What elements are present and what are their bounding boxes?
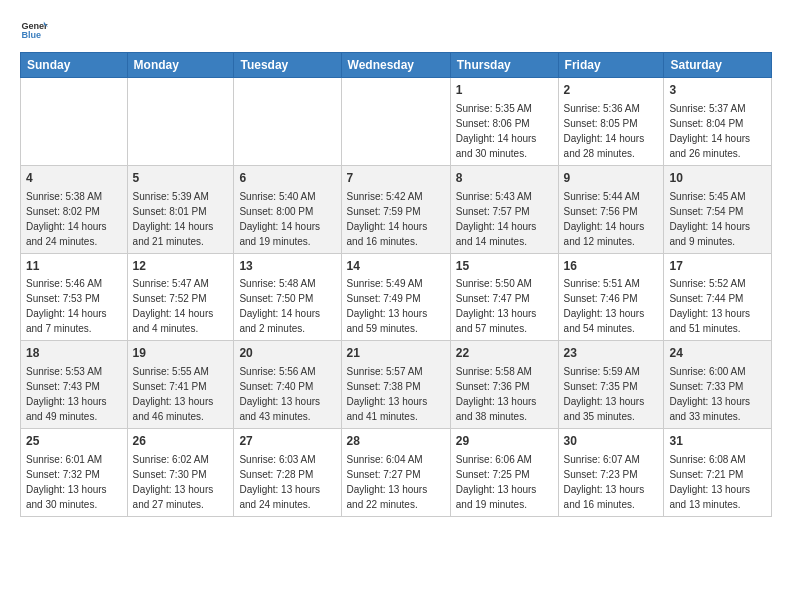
day-number: 10 xyxy=(669,170,766,187)
column-header-sunday: Sunday xyxy=(21,53,128,78)
week-row-3: 11Sunrise: 5:46 AM Sunset: 7:53 PM Dayli… xyxy=(21,253,772,341)
day-number: 20 xyxy=(239,345,335,362)
day-info: Sunrise: 5:49 AM Sunset: 7:49 PM Dayligh… xyxy=(347,276,445,336)
day-info: Sunrise: 5:36 AM Sunset: 8:05 PM Dayligh… xyxy=(564,101,659,161)
day-number: 21 xyxy=(347,345,445,362)
calendar-cell: 22Sunrise: 5:58 AM Sunset: 7:36 PM Dayli… xyxy=(450,341,558,429)
calendar-cell: 26Sunrise: 6:02 AM Sunset: 7:30 PM Dayli… xyxy=(127,429,234,517)
calendar-cell: 13Sunrise: 5:48 AM Sunset: 7:50 PM Dayli… xyxy=(234,253,341,341)
calendar-cell: 29Sunrise: 6:06 AM Sunset: 7:25 PM Dayli… xyxy=(450,429,558,517)
calendar-cell: 9Sunrise: 5:44 AM Sunset: 7:56 PM Daylig… xyxy=(558,165,664,253)
day-number: 19 xyxy=(133,345,229,362)
column-header-tuesday: Tuesday xyxy=(234,53,341,78)
day-info: Sunrise: 5:55 AM Sunset: 7:41 PM Dayligh… xyxy=(133,364,229,424)
calendar-cell: 12Sunrise: 5:47 AM Sunset: 7:52 PM Dayli… xyxy=(127,253,234,341)
day-number: 13 xyxy=(239,258,335,275)
day-info: Sunrise: 5:39 AM Sunset: 8:01 PM Dayligh… xyxy=(133,189,229,249)
logo: General Blue xyxy=(20,16,52,44)
calendar-cell: 1Sunrise: 5:35 AM Sunset: 8:06 PM Daylig… xyxy=(450,78,558,166)
day-info: Sunrise: 6:00 AM Sunset: 7:33 PM Dayligh… xyxy=(669,364,766,424)
column-header-wednesday: Wednesday xyxy=(341,53,450,78)
day-number: 31 xyxy=(669,433,766,450)
day-number: 28 xyxy=(347,433,445,450)
calendar-cell xyxy=(341,78,450,166)
day-number: 18 xyxy=(26,345,122,362)
calendar-cell: 4Sunrise: 5:38 AM Sunset: 8:02 PM Daylig… xyxy=(21,165,128,253)
day-info: Sunrise: 5:35 AM Sunset: 8:06 PM Dayligh… xyxy=(456,101,553,161)
day-info: Sunrise: 6:02 AM Sunset: 7:30 PM Dayligh… xyxy=(133,452,229,512)
week-row-5: 25Sunrise: 6:01 AM Sunset: 7:32 PM Dayli… xyxy=(21,429,772,517)
day-info: Sunrise: 5:52 AM Sunset: 7:44 PM Dayligh… xyxy=(669,276,766,336)
day-info: Sunrise: 6:04 AM Sunset: 7:27 PM Dayligh… xyxy=(347,452,445,512)
day-info: Sunrise: 5:43 AM Sunset: 7:57 PM Dayligh… xyxy=(456,189,553,249)
calendar-cell: 16Sunrise: 5:51 AM Sunset: 7:46 PM Dayli… xyxy=(558,253,664,341)
day-number: 27 xyxy=(239,433,335,450)
day-number: 23 xyxy=(564,345,659,362)
day-number: 2 xyxy=(564,82,659,99)
day-number: 22 xyxy=(456,345,553,362)
calendar-cell: 5Sunrise: 5:39 AM Sunset: 8:01 PM Daylig… xyxy=(127,165,234,253)
column-header-thursday: Thursday xyxy=(450,53,558,78)
calendar-cell: 14Sunrise: 5:49 AM Sunset: 7:49 PM Dayli… xyxy=(341,253,450,341)
column-header-saturday: Saturday xyxy=(664,53,772,78)
day-number: 29 xyxy=(456,433,553,450)
day-number: 17 xyxy=(669,258,766,275)
day-number: 3 xyxy=(669,82,766,99)
calendar-cell: 19Sunrise: 5:55 AM Sunset: 7:41 PM Dayli… xyxy=(127,341,234,429)
calendar-cell: 11Sunrise: 5:46 AM Sunset: 7:53 PM Dayli… xyxy=(21,253,128,341)
day-number: 11 xyxy=(26,258,122,275)
calendar-cell: 21Sunrise: 5:57 AM Sunset: 7:38 PM Dayli… xyxy=(341,341,450,429)
day-info: Sunrise: 5:45 AM Sunset: 7:54 PM Dayligh… xyxy=(669,189,766,249)
day-info: Sunrise: 5:40 AM Sunset: 8:00 PM Dayligh… xyxy=(239,189,335,249)
day-number: 7 xyxy=(347,170,445,187)
day-number: 8 xyxy=(456,170,553,187)
calendar-cell: 28Sunrise: 6:04 AM Sunset: 7:27 PM Dayli… xyxy=(341,429,450,517)
day-info: Sunrise: 5:42 AM Sunset: 7:59 PM Dayligh… xyxy=(347,189,445,249)
calendar-cell: 18Sunrise: 5:53 AM Sunset: 7:43 PM Dayli… xyxy=(21,341,128,429)
day-info: Sunrise: 5:38 AM Sunset: 8:02 PM Dayligh… xyxy=(26,189,122,249)
calendar-cell: 8Sunrise: 5:43 AM Sunset: 7:57 PM Daylig… xyxy=(450,165,558,253)
day-number: 12 xyxy=(133,258,229,275)
day-number: 26 xyxy=(133,433,229,450)
calendar-cell: 24Sunrise: 6:00 AM Sunset: 7:33 PM Dayli… xyxy=(664,341,772,429)
day-info: Sunrise: 6:01 AM Sunset: 7:32 PM Dayligh… xyxy=(26,452,122,512)
day-info: Sunrise: 5:53 AM Sunset: 7:43 PM Dayligh… xyxy=(26,364,122,424)
day-number: 1 xyxy=(456,82,553,99)
header: General Blue xyxy=(20,16,772,44)
day-info: Sunrise: 5:57 AM Sunset: 7:38 PM Dayligh… xyxy=(347,364,445,424)
day-number: 25 xyxy=(26,433,122,450)
calendar-cell: 20Sunrise: 5:56 AM Sunset: 7:40 PM Dayli… xyxy=(234,341,341,429)
calendar-cell: 31Sunrise: 6:08 AM Sunset: 7:21 PM Dayli… xyxy=(664,429,772,517)
day-info: Sunrise: 5:46 AM Sunset: 7:53 PM Dayligh… xyxy=(26,276,122,336)
day-number: 30 xyxy=(564,433,659,450)
calendar-cell: 23Sunrise: 5:59 AM Sunset: 7:35 PM Dayli… xyxy=(558,341,664,429)
day-number: 14 xyxy=(347,258,445,275)
day-number: 5 xyxy=(133,170,229,187)
calendar-cell: 27Sunrise: 6:03 AM Sunset: 7:28 PM Dayli… xyxy=(234,429,341,517)
calendar-cell: 30Sunrise: 6:07 AM Sunset: 7:23 PM Dayli… xyxy=(558,429,664,517)
week-row-1: 1Sunrise: 5:35 AM Sunset: 8:06 PM Daylig… xyxy=(21,78,772,166)
calendar-cell: 2Sunrise: 5:36 AM Sunset: 8:05 PM Daylig… xyxy=(558,78,664,166)
day-info: Sunrise: 6:08 AM Sunset: 7:21 PM Dayligh… xyxy=(669,452,766,512)
day-info: Sunrise: 6:06 AM Sunset: 7:25 PM Dayligh… xyxy=(456,452,553,512)
day-info: Sunrise: 5:48 AM Sunset: 7:50 PM Dayligh… xyxy=(239,276,335,336)
column-header-monday: Monday xyxy=(127,53,234,78)
calendar-cell: 25Sunrise: 6:01 AM Sunset: 7:32 PM Dayli… xyxy=(21,429,128,517)
day-info: Sunrise: 5:56 AM Sunset: 7:40 PM Dayligh… xyxy=(239,364,335,424)
column-header-friday: Friday xyxy=(558,53,664,78)
day-number: 16 xyxy=(564,258,659,275)
calendar-cell xyxy=(21,78,128,166)
day-info: Sunrise: 5:58 AM Sunset: 7:36 PM Dayligh… xyxy=(456,364,553,424)
day-info: Sunrise: 5:51 AM Sunset: 7:46 PM Dayligh… xyxy=(564,276,659,336)
logo-icon: General Blue xyxy=(20,16,48,44)
calendar-cell: 7Sunrise: 5:42 AM Sunset: 7:59 PM Daylig… xyxy=(341,165,450,253)
calendar-cell xyxy=(127,78,234,166)
day-number: 15 xyxy=(456,258,553,275)
calendar-cell: 3Sunrise: 5:37 AM Sunset: 8:04 PM Daylig… xyxy=(664,78,772,166)
calendar-cell: 10Sunrise: 5:45 AM Sunset: 7:54 PM Dayli… xyxy=(664,165,772,253)
calendar-cell: 15Sunrise: 5:50 AM Sunset: 7:47 PM Dayli… xyxy=(450,253,558,341)
day-info: Sunrise: 5:37 AM Sunset: 8:04 PM Dayligh… xyxy=(669,101,766,161)
day-info: Sunrise: 6:03 AM Sunset: 7:28 PM Dayligh… xyxy=(239,452,335,512)
day-info: Sunrise: 5:59 AM Sunset: 7:35 PM Dayligh… xyxy=(564,364,659,424)
day-info: Sunrise: 6:07 AM Sunset: 7:23 PM Dayligh… xyxy=(564,452,659,512)
